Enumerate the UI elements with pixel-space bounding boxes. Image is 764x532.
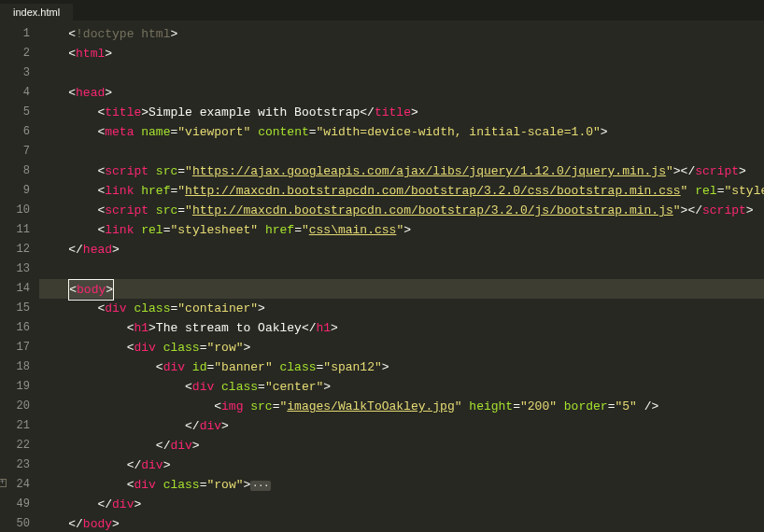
line-number: 13 (0, 259, 30, 279)
code-line[interactable]: </div> (39, 436, 764, 455)
code-line[interactable]: <link href="http://maxcdn.bootstrapcdn.c… (39, 181, 764, 201)
code-line[interactable]: </div> (39, 455, 764, 475)
code-line[interactable]: <body> (39, 279, 764, 299)
code-line[interactable]: <script src="https://ajax.googleapis.com… (39, 161, 764, 181)
line-number: 5 (0, 103, 30, 122)
line-number: 49 (0, 495, 30, 514)
line-number: 20 (0, 397, 30, 416)
code-line[interactable]: </body> (39, 514, 764, 532)
line-number: 10 (0, 201, 30, 220)
line-number: 8 (0, 161, 30, 181)
code-line[interactable]: <h1>The stream to Oakley</h1> (39, 318, 764, 338)
line-number: 14 (0, 279, 30, 299)
tab-index-html[interactable]: index.html (0, 4, 73, 21)
code-line[interactable]: <div class="container"> (39, 299, 764, 318)
code-line[interactable]: <meta name="viewport" content="width=dev… (39, 122, 764, 142)
line-number: 1 (0, 24, 30, 44)
line-number: 11 (0, 220, 30, 240)
code-line[interactable]: <!doctype html> (39, 24, 764, 44)
code-line[interactable] (39, 63, 764, 83)
code-line[interactable]: </div> (39, 495, 764, 514)
line-number: 17 (0, 338, 30, 357)
line-number: 12 (0, 240, 30, 259)
line-number: 24+ (0, 475, 30, 495)
line-number: 19 (0, 377, 30, 397)
tab-bar: index.html (0, 0, 764, 21)
line-number: 3 (0, 63, 30, 83)
code-line[interactable]: <div id="banner" class="span12"> (39, 357, 764, 377)
line-number: 23 (0, 455, 30, 475)
line-number: 18 (0, 357, 30, 377)
line-number: 9 (0, 181, 30, 201)
line-number: 7 (0, 142, 30, 161)
line-number: 22 (0, 436, 30, 455)
code-line[interactable] (39, 259, 764, 279)
code-area[interactable]: <!doctype html> <html> <head> <title>Sim… (39, 21, 764, 532)
line-number: 16 (0, 318, 30, 338)
code-line[interactable]: <img src="images/WalkToOakley.jpg" heigh… (39, 397, 764, 416)
line-number-gutter: 123456789101112131415161718192021222324+… (0, 21, 39, 532)
line-number: 15 (0, 299, 30, 318)
line-number: 6 (0, 122, 30, 142)
code-line[interactable]: <div class="center"> (39, 377, 764, 397)
line-number: 21 (0, 416, 30, 436)
code-line[interactable]: <title>Simple example with Bootstrap</ti… (39, 103, 764, 122)
code-line[interactable]: </head> (39, 240, 764, 259)
line-number: 2 (0, 44, 30, 63)
code-line[interactable]: <link rel="stylesheet" href="css\main.cs… (39, 220, 764, 240)
code-line[interactable]: <html> (39, 44, 764, 63)
line-number: 50 (0, 514, 30, 532)
editor: 123456789101112131415161718192021222324+… (0, 21, 764, 532)
code-line[interactable]: </div> (39, 416, 764, 436)
code-line[interactable] (39, 142, 764, 161)
code-line[interactable]: <div class="row">··· (39, 475, 764, 495)
fold-expand-icon[interactable]: + (0, 479, 7, 487)
code-line[interactable]: <div class="row"> (39, 338, 764, 357)
line-number: 4 (0, 83, 30, 103)
code-line[interactable]: <script src="http://maxcdn.bootstrapcdn.… (39, 201, 764, 220)
code-line[interactable]: <head> (39, 83, 764, 103)
